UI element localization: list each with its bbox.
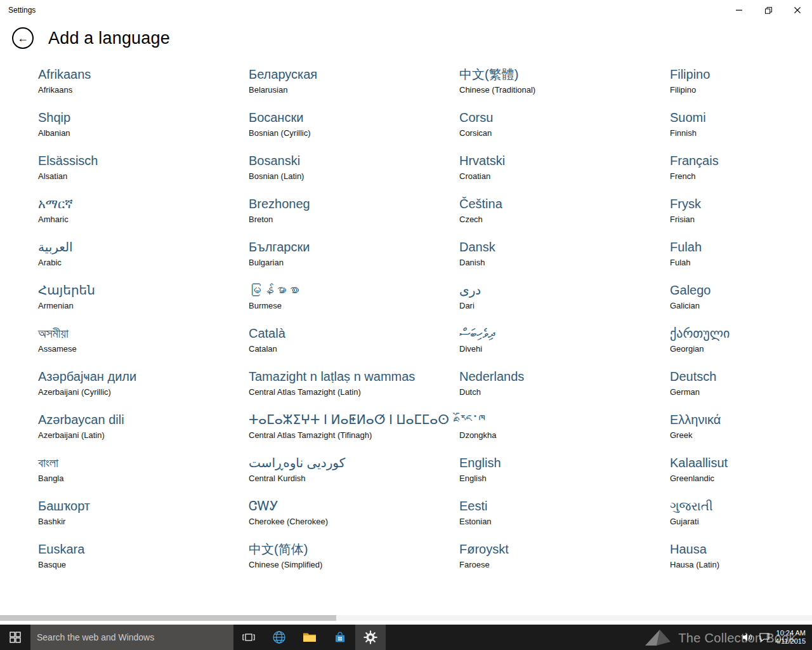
language-english-name: French [670,170,812,182]
language-item[interactable]: GalegoGalician [670,282,812,325]
language-item[interactable]: অসমীয়াAssamese [38,325,249,368]
language-item[interactable]: ગુજરાતીGujarati [670,498,812,541]
action-center-button[interactable] [759,632,769,642]
language-english-name: Finnish [670,127,812,139]
window-controls [724,1,812,20]
language-item[interactable]: ČeštinaCzech [459,196,670,239]
language-item[interactable]: БългарскиBulgarian [249,239,459,282]
language-item[interactable]: دریDari [459,282,670,325]
language-english-name: Breton [249,213,459,225]
language-english-name: Georgian [670,343,812,355]
language-item[interactable]: ΕλληνικάGreek [670,411,812,454]
language-item[interactable]: БосанскиBosnian (Cyrillic) [249,109,459,152]
language-item[interactable]: FryskFrisian [670,196,812,239]
language-item[interactable]: ދިވެހިބަސްDivehi [459,325,670,368]
action-center-icon [759,632,769,642]
back-button[interactable]: ← [12,27,34,49]
language-native-name: ދިވެހިބަސް [459,325,670,342]
language-item[interactable]: አማርኛAmharic [38,196,249,239]
horizontal-scrollbar-track[interactable] [0,615,812,621]
language-item[interactable]: EnglishEnglish [459,454,670,498]
language-item[interactable]: FøroysktFaroese [459,541,670,584]
search-input[interactable] [37,632,233,642]
language-item[interactable]: EestiEstonian [459,498,670,541]
language-native-name: Français [670,152,812,169]
language-item[interactable]: EuskaraBasque [38,541,249,584]
language-item[interactable]: རྫོང་ཁDzongkha [459,411,670,454]
language-english-name: Faroese [459,559,670,571]
language-native-name: Frysk [670,196,812,212]
clock-time: 10:24 AM [775,629,806,637]
browser-button[interactable] [264,625,294,650]
horizontal-scrollbar-thumb[interactable] [0,615,336,621]
language-native-name: Čeština [459,196,670,212]
language-native-name: 中文(繁體) [459,66,670,83]
language-item[interactable]: DanskDanish [459,239,670,282]
restore-button[interactable] [754,1,783,20]
language-english-name: Greek [670,429,812,441]
language-item[interactable]: FrançaisFrench [670,152,812,196]
language-english-name: Bangla [38,472,249,484]
language-item[interactable]: ShqipAlbanian [38,109,249,152]
language-item[interactable]: 中文(繁體)Chinese (Traditional) [459,66,670,109]
language-item[interactable]: ᏣᎳᎩCherokee (Cherokee) [249,498,459,541]
language-item[interactable]: کوردیی ناوەڕاستCentral Kurdish [249,454,459,498]
speaker-icon [742,633,754,642]
language-item[interactable]: Tamazight n laṭlaṣ n wammasCentral Atlas… [249,368,459,411]
language-item[interactable]: ⵜⴰⵎⴰⵣⵉⵖⵜ ⵏ ⵍⴰⵟⵍⴰⵚ ⵏ ⵡⴰⵎⵎⴰⵙCentral Atlas … [249,411,459,454]
language-english-name: Central Atlas Tamazight (Tifinagh) [249,429,459,441]
language-item[interactable]: БеларускаяBelarusian [249,66,459,109]
close-button[interactable] [783,1,812,20]
volume-button[interactable] [742,633,754,642]
language-item[interactable]: Азәрбајҹан дилиAzerbaijani (Cyrillic) [38,368,249,411]
language-item[interactable]: NederlandsDutch [459,368,670,411]
task-view-button[interactable] [233,625,264,650]
language-english-name: Corsican [459,127,670,139]
language-item[interactable]: မြန်မာစာBurmese [249,282,459,325]
settings-button[interactable] [355,625,386,650]
file-explorer-button[interactable] [294,625,325,650]
folder-icon [303,632,317,643]
language-item[interactable]: DeutschGerman [670,368,812,411]
language-native-name: Euskara [38,541,249,557]
language-item[interactable]: العربيةArabic [38,239,249,282]
language-english-name: Arabic [38,256,249,269]
language-item[interactable]: FulahFulah [670,239,812,282]
language-column: AfrikaansAfrikaansShqipAlbanianElsässisc… [38,66,249,584]
language-english-name: Czech [459,213,670,225]
language-item[interactable]: CatalàCatalan [249,325,459,368]
language-item[interactable]: ქართულიGeorgian [670,325,812,368]
language-item[interactable]: HausaHausa (Latin) [670,541,812,584]
language-item[interactable]: FilipinoFilipino [670,66,812,109]
language-item[interactable]: SuomiFinnish [670,109,812,152]
language-item[interactable]: ՀայերենArmenian [38,282,249,325]
language-english-name: Central Atlas Tamazight (Latin) [249,386,459,398]
language-english-name: Belarusian [249,84,459,96]
language-native-name: አማርኛ [38,196,249,212]
language-item[interactable]: Azərbaycan diliAzerbaijani (Latin) [38,411,249,454]
minimize-button[interactable] [724,1,754,20]
page-title: Add a language [48,29,170,48]
windows-logo-icon [10,632,21,643]
language-native-name: Føroyskt [459,541,670,557]
store-button[interactable] [325,625,355,650]
start-button[interactable] [0,625,30,650]
language-english-name: Danish [459,256,670,269]
language-item[interactable]: БашҡортBashkir [38,498,249,541]
language-item[interactable]: CorsuCorsican [459,109,670,152]
language-english-name: Dzongkha [459,429,670,441]
language-item[interactable]: BosanskiBosnian (Latin) [249,152,459,196]
language-native-name: ગુજરાતી [670,498,812,514]
language-item[interactable]: 中文(简体)Chinese (Simplified) [249,541,459,584]
taskbar-search[interactable] [30,625,233,650]
language-item[interactable]: HrvatskiCroatian [459,152,670,196]
language-item[interactable]: ElsässischAlsatian [38,152,249,196]
language-item[interactable]: BrezhonegBreton [249,196,459,239]
language-english-name: Bulgarian [249,256,459,269]
taskbar-clock[interactable]: 10:24 AM 4/11/2015 [775,629,806,646]
language-item[interactable]: বাংলাBangla [38,454,249,498]
language-english-name: Basque [38,559,249,571]
language-item[interactable]: KalaallisutGreenlandic [670,454,812,498]
language-item[interactable]: AfrikaansAfrikaans [38,66,249,109]
language-english-name: Greenlandic [670,472,812,484]
